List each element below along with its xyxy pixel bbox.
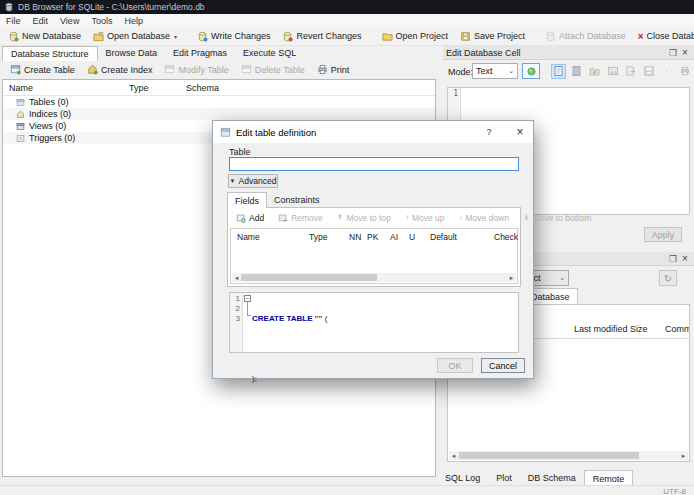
tab-constraints[interactable]: Constraints	[267, 192, 327, 208]
dialog-tab-bar: Fields Constraints	[227, 192, 327, 208]
line-number: 3	[230, 314, 240, 324]
modify-table-label: Modify Table	[178, 65, 228, 75]
tab-execute-sql[interactable]: Execute SQL	[235, 46, 304, 61]
menu-help[interactable]: Help	[118, 15, 149, 27]
column-type[interactable]: Type	[309, 232, 327, 242]
scroll-left-icon[interactable]: ◂	[449, 451, 458, 460]
save-as-icon[interactable]	[641, 64, 656, 79]
add-field-button[interactable]: Add	[236, 213, 264, 223]
mode-select[interactable]: Text ⌄	[472, 63, 518, 79]
create-index-button[interactable]: Create Index	[81, 61, 159, 78]
help-button[interactable]: ?	[476, 121, 502, 143]
column-check[interactable]: Check	[494, 232, 518, 242]
menu-file[interactable]: File	[0, 15, 27, 27]
close-database-icon: ×	[638, 32, 644, 41]
tab-database-structure[interactable]: Database Structure	[2, 46, 98, 61]
advanced-button[interactable]: ▼ Advanced	[228, 174, 278, 188]
image-preview-icon[interactable]	[605, 64, 620, 79]
fold-line	[247, 302, 251, 316]
sql-paren: (	[325, 314, 328, 323]
scrollbar-thumb[interactable]	[459, 452, 639, 459]
new-database-button[interactable]: New Database	[2, 28, 87, 45]
delete-table-icon	[241, 64, 252, 75]
column-commit[interactable]: Commit	[665, 324, 690, 334]
save-project-icon	[460, 31, 471, 42]
attach-database-label: Attach Database	[559, 31, 626, 41]
column-name[interactable]: Name	[237, 232, 260, 242]
scroll-left-icon[interactable]: ◂	[232, 273, 241, 282]
open-database-dropdown-icon[interactable]: ▾	[174, 33, 177, 40]
table-name-input[interactable]	[229, 157, 519, 171]
column-u[interactable]: U	[409, 232, 415, 242]
tree-item-label: Indices (0)	[29, 109, 71, 119]
open-database-button[interactable]: Open Database ▾	[87, 28, 183, 45]
tree-item-tables[interactable]: Tables (0)	[3, 96, 435, 108]
open-database-label: Open Database	[107, 31, 170, 41]
tab-browse-data[interactable]: Browse Data	[98, 46, 166, 61]
binary-mode-icon[interactable]	[569, 64, 584, 79]
create-table-button[interactable]: Create Table	[4, 61, 81, 78]
close-panel-icon[interactable]: ×	[679, 48, 691, 58]
write-changes-button[interactable]: Write Changes	[191, 28, 276, 45]
edit-cell-panel-title: Edit Database Cell	[446, 48, 667, 58]
scroll-right-icon[interactable]: ▸	[679, 451, 688, 460]
column-nn[interactable]: NN	[349, 232, 361, 242]
close-database-button[interactable]: × Close Database	[632, 28, 694, 45]
mode-value: Text	[476, 66, 493, 76]
tab-edit-pragmas[interactable]: Edit Pragmas	[165, 46, 235, 61]
app-icon	[4, 2, 14, 12]
write-changes-label: Write Changes	[211, 31, 270, 41]
float-panel-icon[interactable]: ❐	[667, 254, 679, 264]
column-type[interactable]: Type	[129, 83, 149, 93]
auto-mode-icon	[527, 67, 536, 76]
remove-label: Remove	[291, 213, 323, 223]
menu-view[interactable]: View	[54, 15, 85, 27]
move-down-label: Move down	[466, 213, 509, 223]
print-cell-icon[interactable]	[677, 64, 692, 79]
export-file-icon[interactable]	[623, 64, 638, 79]
revert-changes-button[interactable]: Revert Changes	[276, 28, 367, 45]
text-mode-icon[interactable]	[551, 64, 566, 79]
advanced-arrow-icon: ▼	[230, 178, 236, 184]
null-value-icon[interactable]: ·	[659, 64, 674, 79]
apply-button: Apply	[644, 227, 682, 242]
scrollbar-thumb[interactable]	[241, 274, 377, 281]
menu-edit[interactable]: Edit	[27, 15, 55, 27]
column-name[interactable]: Name	[9, 83, 33, 93]
import-file-icon[interactable]	[587, 64, 602, 79]
menu-tools[interactable]: Tools	[85, 15, 118, 27]
column-default[interactable]: Default	[430, 232, 457, 242]
close-panel-icon[interactable]: ×	[679, 254, 691, 264]
open-project-button[interactable]: Open Project	[376, 28, 455, 45]
column-schema[interactable]: Schema	[186, 83, 219, 93]
structure-toolbar: Create Table Create Index Modify Table D…	[2, 61, 437, 78]
edit-cell-panel-header: Edit Database Cell ❐ ×	[443, 46, 694, 60]
column-last-modified[interactable]: Last modified	[574, 324, 628, 334]
print-button[interactable]: Print	[311, 61, 356, 78]
dialog-close-button[interactable]: ×	[507, 121, 533, 143]
column-ai[interactable]: AI	[390, 232, 398, 242]
tab-fields[interactable]: Fields	[227, 192, 267, 208]
app-window: DB Browser for SQLite - C:\Users\turner\…	[0, 0, 694, 495]
advanced-label: Advanced	[239, 176, 277, 186]
scroll-right-icon[interactable]: ▸	[507, 273, 516, 282]
auto-switch-mode-button[interactable]	[522, 63, 540, 79]
save-project-label: Save Project	[474, 31, 525, 41]
fold-collapse-icon[interactable]: −	[244, 295, 251, 302]
encoding-indicator[interactable]: UTF-8	[663, 487, 686, 495]
float-panel-icon[interactable]: ❐	[667, 48, 679, 58]
column-size[interactable]: Size	[630, 324, 648, 334]
cancel-button[interactable]: Cancel	[481, 358, 525, 373]
save-project-button[interactable]: Save Project	[454, 28, 531, 45]
print-icon	[317, 64, 328, 75]
attach-database-button: Attach Database	[539, 28, 632, 45]
fields-grid-scrollbar[interactable]: ◂ ▸	[232, 273, 516, 282]
tree-item-indices[interactable]: Indices (0)	[3, 108, 435, 120]
column-pk[interactable]: PK	[367, 232, 378, 242]
sql-preview: 1 2 3 − CREATE TABLE "" ( );	[229, 292, 519, 353]
dialog-title-bar[interactable]: Edit table definition ? ×	[213, 121, 533, 143]
attach-database-icon	[545, 31, 556, 42]
remove-icon	[278, 213, 288, 223]
remote-table-scrollbar[interactable]: ◂ ▸	[449, 451, 688, 460]
move-to-top-button: ↟ Move to top	[337, 213, 391, 223]
